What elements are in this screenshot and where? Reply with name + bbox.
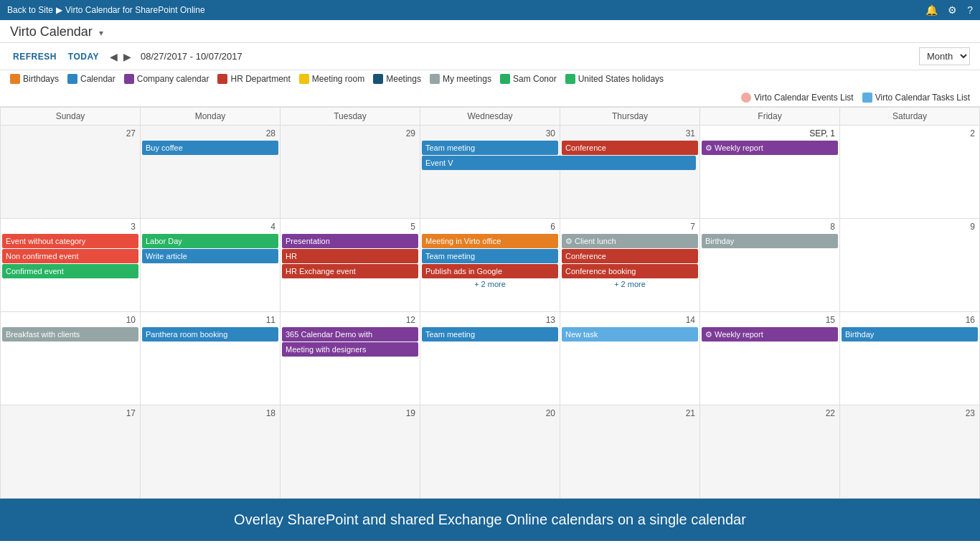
day-number: 14 bbox=[562, 314, 698, 326]
event-bar[interactable]: Publish ads in Google bbox=[422, 264, 558, 278]
event-bar[interactable]: Conference booking bbox=[562, 264, 698, 278]
legend-item-meeting-room[interactable]: Meeting room bbox=[299, 74, 364, 84]
calendar-cell-w1d2: 5PresentationHRHR Exchange event bbox=[281, 219, 420, 312]
event-bar[interactable]: Presentation bbox=[282, 234, 418, 248]
day-number: 30 bbox=[422, 127, 558, 140]
prev-button[interactable]: ◀ bbox=[108, 51, 120, 62]
event-bar[interactable]: Confirmed event bbox=[2, 264, 138, 278]
event-bar[interactable]: Breakfast with clients bbox=[2, 327, 138, 342]
event-bar[interactable]: Event without category bbox=[2, 234, 138, 248]
event-bar[interactable]: Birthday bbox=[702, 234, 838, 248]
calendar-week-headers: SundayMondayTuesdayWednesdayThursdayFrid… bbox=[0, 107, 980, 126]
event-bar[interactable]: Write article bbox=[142, 249, 278, 263]
event-bar[interactable]: Birthday bbox=[842, 327, 978, 342]
legend-item-calendar[interactable]: Calendar bbox=[67, 74, 116, 84]
calendar-cell-w1d4: 7⚙ Client lunchConferenceConference book… bbox=[560, 219, 700, 312]
day-number: 2 bbox=[842, 127, 978, 140]
breadcrumb: Back to Site ▶ Virto Calendar for ShareP… bbox=[7, 5, 205, 15]
calendar-grid: 2728Buy coffee2930Team meetingEvent V31C… bbox=[0, 126, 980, 499]
event-bar[interactable]: ⚙ Weekly report bbox=[702, 141, 838, 155]
event-bar[interactable]: Team meeting bbox=[422, 249, 558, 263]
calendar-cell-w0d3: 30Team meetingEvent V bbox=[420, 126, 560, 219]
footer-banner: Overlay SharePoint and shared Exchange O… bbox=[0, 499, 980, 541]
breadcrumb-sep: ▶ bbox=[56, 5, 62, 15]
legend-item-events-list[interactable]: Virto Calendar Events List bbox=[741, 93, 854, 103]
nav-controls: ◀ ▶ bbox=[108, 51, 133, 62]
event-bar[interactable]: HR Exchange event bbox=[282, 264, 418, 278]
calendar-legend: BirthdaysCalendarCompany calendarHR Depa… bbox=[0, 70, 980, 107]
bell-icon[interactable]: 🔔 bbox=[925, 4, 938, 16]
day-number: 13 bbox=[422, 314, 558, 326]
calendar-cell-w1d1: 4Labor DayWrite article bbox=[141, 219, 281, 312]
calendar-cell-w2d6: 16Birthday bbox=[840, 312, 980, 405]
more-events-link[interactable]: + 2 more bbox=[562, 279, 698, 289]
day-number: 10 bbox=[2, 314, 138, 326]
day-number: 17 bbox=[2, 407, 138, 420]
calendar-cell-w1d6: 9 bbox=[840, 219, 980, 312]
next-button[interactable]: ▶ bbox=[121, 51, 133, 62]
legend-item-tasks-list[interactable]: Virto Calendar Tasks List bbox=[862, 93, 970, 103]
event-bar[interactable]: Labor Day bbox=[142, 234, 278, 248]
legend-item-us-holidays[interactable]: United States holidays bbox=[565, 74, 664, 84]
calendar-cell-w2d0: 10Breakfast with clients bbox=[1, 312, 141, 405]
event-bar[interactable]: New task bbox=[562, 327, 698, 342]
day-number: 16 bbox=[842, 314, 978, 326]
day-header-tuesday: Tuesday bbox=[281, 108, 420, 126]
calendar-cell-w3d5: 22 bbox=[700, 405, 840, 499]
legend-item-meetings[interactable]: Meetings bbox=[373, 74, 421, 84]
event-bar[interactable]: Panthera room booking bbox=[142, 327, 278, 342]
more-events-link[interactable]: + 2 more bbox=[422, 279, 558, 289]
calendar-cell-w3d4: 21 bbox=[560, 405, 700, 499]
legend-item-my-meetings[interactable]: My meetings bbox=[430, 74, 491, 84]
legend-item-hr[interactable]: HR Department bbox=[217, 74, 290, 84]
day-number: 9 bbox=[842, 220, 978, 233]
view-selector[interactable]: Month Week Day bbox=[919, 47, 970, 65]
back-to-site-link[interactable]: Back to Site bbox=[7, 5, 53, 15]
legend-item-birthdays[interactable]: Birthdays bbox=[10, 74, 59, 84]
calendar-cell-w2d2: 12365 Calendar Demo withMeeting with des… bbox=[281, 312, 420, 405]
calendar-cell-w3d0: 17 bbox=[1, 405, 141, 499]
day-number: 3 bbox=[2, 220, 138, 233]
day-header-sunday: Sunday bbox=[1, 108, 141, 126]
event-bar[interactable]: Team meeting bbox=[422, 141, 558, 155]
calendar-cell-w3d3: 20 bbox=[420, 405, 560, 499]
calendar-cell-w1d3: 6Meeting in Virto officeTeam meetingPubl… bbox=[420, 219, 560, 312]
gear-icon[interactable]: ⚙ bbox=[948, 4, 957, 16]
legend-item-company[interactable]: Company calendar bbox=[124, 74, 209, 84]
day-number: 27 bbox=[2, 127, 138, 140]
calendar-cell-w0d2: 29 bbox=[281, 126, 420, 219]
event-bar[interactable]: 365 Calendar Demo with bbox=[282, 327, 418, 342]
event-bar[interactable]: Conference bbox=[562, 249, 698, 263]
day-number: 4 bbox=[142, 220, 278, 233]
legend-item-sam[interactable]: Sam Conor bbox=[500, 74, 557, 84]
day-header-thursday: Thursday bbox=[560, 108, 700, 126]
calendar-cell-w2d1: 11Panthera room booking bbox=[141, 312, 281, 405]
event-bar[interactable]: ⚙ Client lunch bbox=[562, 234, 698, 248]
today-button[interactable]: TODAY bbox=[65, 50, 102, 63]
event-bar[interactable]: Team meeting bbox=[422, 327, 558, 342]
day-number: 31 bbox=[562, 127, 698, 140]
event-bar[interactable]: Non confirmed event bbox=[2, 249, 138, 263]
calendar-toolbar: REFRESH TODAY ◀ ▶ 08/27/2017 - 10/07/201… bbox=[0, 43, 980, 70]
calendar-cell-w0d0: 27 bbox=[1, 126, 141, 219]
day-number: 5 bbox=[282, 220, 418, 233]
day-number: 28 bbox=[142, 127, 278, 140]
event-bar[interactable]: Buy coffee bbox=[142, 141, 278, 155]
calendar-cell-w1d5: 8Birthday bbox=[700, 219, 840, 312]
day-header-friday: Friday bbox=[700, 108, 840, 126]
day-number: 11 bbox=[142, 314, 278, 326]
app-header: Virto Calendar ▾ bbox=[0, 20, 980, 43]
event-bar[interactable]: Conference bbox=[562, 141, 698, 155]
event-bar[interactable]: ⚙ Weekly report bbox=[702, 327, 838, 342]
day-number: 29 bbox=[282, 127, 418, 140]
help-icon[interactable]: ? bbox=[967, 4, 973, 16]
event-bar[interactable]: Meeting in Virto office bbox=[422, 234, 558, 248]
top-bar-actions: 🔔 ⚙ ? bbox=[925, 4, 973, 16]
event-bar[interactable]: HR bbox=[282, 249, 418, 263]
refresh-button[interactable]: REFRESH bbox=[10, 50, 60, 63]
event-bar[interactable]: Meeting with designers bbox=[282, 342, 418, 357]
day-number: 7 bbox=[562, 220, 698, 233]
app-title[interactable]: Virto Calendar ▾ bbox=[10, 24, 103, 39]
calendar-cell-w2d3: 13Team meeting bbox=[420, 312, 560, 405]
event-bar[interactable]: Event V bbox=[422, 156, 696, 170]
